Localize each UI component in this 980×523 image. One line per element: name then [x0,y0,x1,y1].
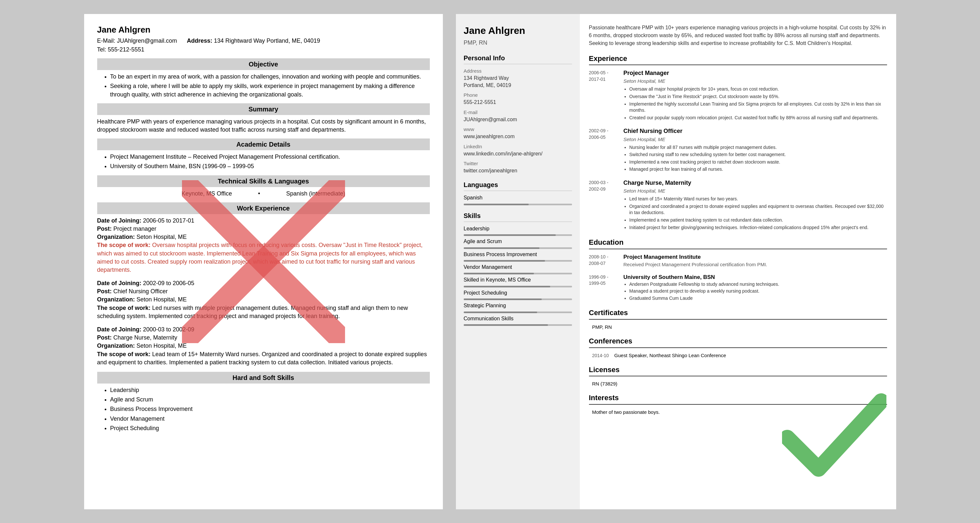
work-org-2: Organization: Seton Hospital, ME [97,296,430,304]
list-item: Implemented the highly successful Lean T… [629,101,887,114]
sidebar-phone: 555-212-5551 [464,99,572,106]
left-skills-row: Keynote, MS Office • Spanish (intermedia… [97,190,430,198]
list-item: Implemented a new patient tracking syste… [629,217,887,223]
skill-bpi: Business Process Improvement [464,251,572,258]
skill-vendor: Vendor Management [464,264,572,271]
right-resume: Jane Ahlgren PMP, RN Personal Info Addre… [456,14,896,509]
work-post-3: Post: Charge Nurse, Maternity [97,334,430,342]
skill-agile: Agile and Scrum [464,238,572,245]
left-address-label: Address: [187,38,212,44]
list-item: Organized and coordinated a project to d… [629,203,887,216]
edu-inst-1: Project Management Institute [624,253,767,261]
experience-section-title: Experience [589,54,887,65]
conf-text-1: Guest Speaker, Northeast Shingo Lean Con… [614,353,726,358]
twitter-label: Twitter [464,160,572,167]
int-entry-1: Mother of two passionate boys. [589,409,887,415]
exp-date-2: 2002-09 -2006-05 [589,127,618,174]
list-item: Managed a student project to develop a w… [629,288,780,295]
list-item: Oversaw the "Just in Time Restock" proje… [629,94,887,100]
left-email: JUAhlgren@gmail.com [117,38,177,44]
lang-bar-fill-spanish [464,204,529,205]
education-section-title: Education [589,238,887,249]
work-post-2: Post: Chief Nursing Officer [97,287,430,296]
personal-info-title: Personal Info [464,54,572,64]
skill-bar-bpi [464,260,572,262]
work-entry-3: Date of Joining: 2000-03 to 2002-09 Post… [97,325,430,366]
right-sidebar: Jane Ahlgren PMP, RN Personal Info Addre… [456,14,580,509]
skill-bar-leadership [464,234,572,236]
work-org-1: Organization: Seton Hospital, ME [97,233,430,241]
left-tel-label: Tel: [97,46,106,53]
left-skill2: Spanish (intermediate) [286,190,345,198]
list-item: Project Management Institute – Received … [110,153,430,161]
list-item: Created our popular supply room relocati… [629,115,887,121]
edu-degree-1: Received Project Management Professional… [624,261,767,268]
list-item: Nursing leader for all 87 nurses with mu… [629,144,887,151]
exp-bullets-1: Oversaw all major hospital projects for … [629,86,887,121]
list-item: University of Southern Maine, BSN (1996-… [110,162,430,170]
skills-title: Skills [464,211,572,222]
work-org-3: Organization: Seton Hospital, ME [97,342,430,350]
conferences-section-title: Conferences [589,336,887,348]
exp-bullets-2: Nursing leader for all 87 nurses with mu… [629,144,887,173]
exp-bullets-3: Led team of 15+ Maternity Ward nurses fo… [629,196,887,231]
work-date-3: Date of Joining: 2000-03 to 2002-09 [97,325,430,334]
linkedin-label: LinkedIn [464,143,572,150]
sidebar-linkedin: www.linkedin.com/in/jane-ahlgren/ [464,150,572,157]
work-post-1: Post: Project manager [97,225,430,233]
edu-date-2: 1996-09 -1999-05 [589,273,618,303]
list-item: Implemented a new cost tracking project … [629,159,887,166]
exp-date-1: 2006-05 -2017-01 [589,69,618,122]
licenses-section-title: Licenses [589,365,887,377]
company-1: Seton Hospital, ME [624,78,887,84]
left-address: 134 Rightward Way Portland, ME, 04019 [214,38,320,44]
job-title-3: Charge Nurse, Maternity [624,179,887,187]
left-summary-header: Summary [97,103,430,115]
work-scope-2: The scope of work: Led nurses with multi… [97,304,430,320]
edu-body-2: University of Southern Maine, BSN Anders… [624,273,780,303]
left-objective-list: To be an expert in my area of work, with… [110,73,430,99]
edu-entry-2: 1996-09 -1999-05 University of Southern … [589,273,887,303]
email-label: E-mail [464,109,572,116]
list-item: Vendor Management [110,415,430,423]
list-item: Switched nursing staff to new scheduling… [629,152,887,158]
interests-section-title: Interests [589,393,887,405]
skill-bar-vendor [464,273,572,274]
languages-title: Languages [464,180,572,191]
sidebar-address: 134 Rightward WayPortland, ME, 04019 [464,74,572,89]
left-objective-header: Objective [97,58,430,70]
skill-bar-agile [464,247,572,249]
skill-communication: Communication Skills [464,315,572,322]
list-item: Oversaw all major hospital projects for … [629,86,887,92]
cert-entry-1: PMP, RN [589,323,887,330]
skill-bar-ps [464,298,572,300]
skill-keynote: Skilled in Keynote, MS Office [464,276,572,284]
left-name: Jane Ahlgren [97,24,430,35]
left-email-line: E-Mail: JUAhlgren@gmail.com Address: 134… [97,37,430,45]
list-item: To be an expert in my area of work, with… [110,73,430,81]
exp-entry-1: 2006-05 -2017-01 Project Manager Seton H… [589,69,887,122]
right-summary: Passionate healthcare PMP with 10+ years… [589,24,887,47]
conf-date-1: 2014-10 [592,353,609,358]
lang-bar-spanish [464,204,572,205]
skill-bar-strategic [464,312,572,313]
skill-project-scheduling: Project Scheduling [464,289,572,296]
left-skills-list: Leadership Agile and Scrum Business Proc… [110,386,430,433]
list-item: Agile and Scrum [110,396,430,404]
right-main-content: Passionate healthcare PMP with 10+ years… [580,14,896,509]
job-title-1: Project Manager [624,69,887,77]
bullet-sep: • [258,190,260,198]
exp-body-2: Chief Nursing Officer Seton Hospital, ME… [624,127,887,174]
phone-label: Phone [464,92,572,98]
list-item: Andersen Postgraduate Fellowship to stud… [629,281,780,288]
skill-bar-comm [464,324,572,326]
job-title-2: Chief Nursing Officer [624,127,887,135]
list-item: Initiated project for better gloving/gow… [629,225,887,231]
exp-entry-2: 2002-09 -2006-05 Chief Nursing Officer S… [589,127,887,174]
www-label: www [464,126,572,133]
edu-bullets-2: Andersen Postgraduate Fellowship to stud… [629,281,780,302]
list-item: Business Process Improvement [110,405,430,413]
work-date-1: Date of Joining: 2006-05 to 2017-01 [97,217,430,225]
exp-date-3: 2000-03 -2002-09 [589,179,618,232]
address-label: Address [464,67,572,74]
